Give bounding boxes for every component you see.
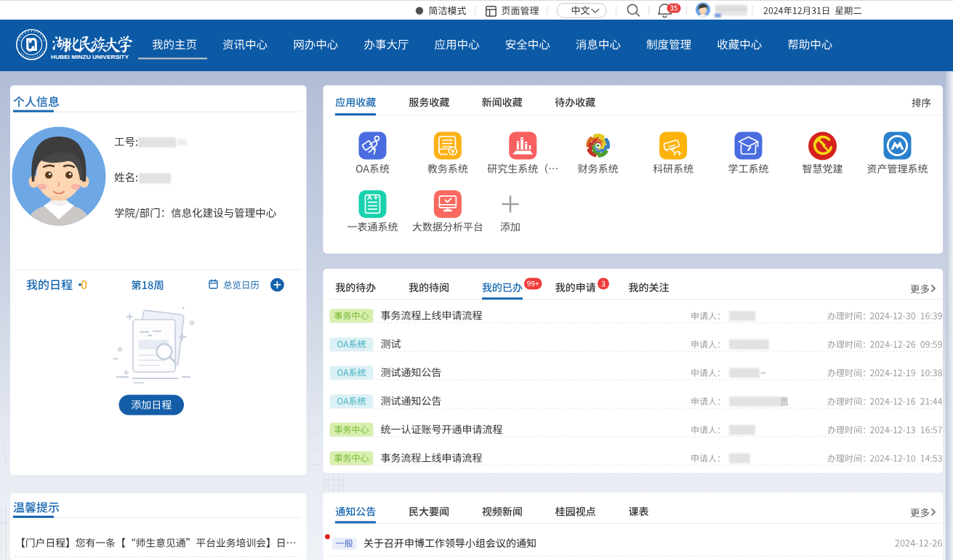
svg-text:HUBEI MINZU UNIVERSITY: HUBEI MINZU UNIVERSITY <box>51 54 129 60</box>
